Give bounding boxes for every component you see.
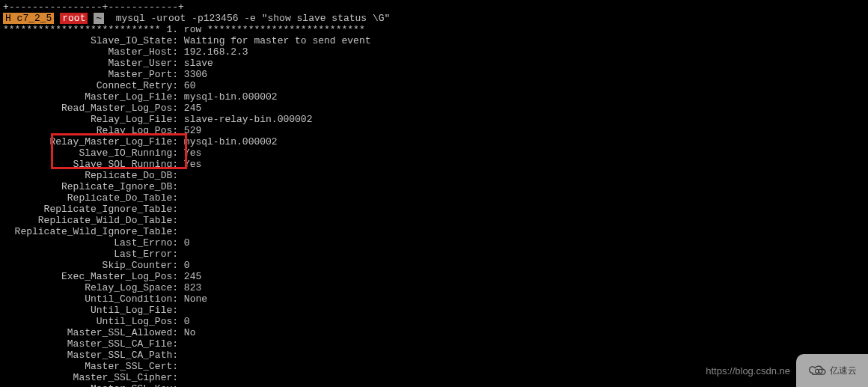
status-row: Slave_IO_State: Waiting for master to se… bbox=[3, 35, 865, 46]
status-row: Relay_Log_Space: 823 bbox=[3, 282, 865, 293]
status-row: Master_SSL_Allowed: No bbox=[3, 327, 865, 338]
status-row: Read_Master_Log_Pos: 245 bbox=[3, 103, 865, 114]
status-row: Slave_IO_Running: Yes bbox=[3, 147, 865, 159]
status-row: Until_Log_File: bbox=[3, 305, 865, 316]
status-row: Replicate_Ignore_DB: bbox=[3, 181, 865, 192]
status-row: Master_SSL_Key: bbox=[3, 383, 865, 387]
status-row: Master_Host: 192.168.2.3 bbox=[3, 46, 865, 58]
command-text: mysql -uroot -p123456 -e "show slave sta… bbox=[116, 13, 391, 24]
cloud-icon bbox=[807, 364, 827, 377]
terminal-output[interactable]: +----------------+------------+ H c7_2_5… bbox=[0, 0, 868, 387]
status-row: Master_Port: 3306 bbox=[3, 69, 865, 80]
status-row: Relay_Log_Pos: 529 bbox=[3, 125, 865, 136]
status-row: Replicate_Wild_Ignore_Table: bbox=[3, 226, 865, 237]
logo-text: 亿速云 bbox=[830, 365, 857, 377]
prompt-line: H c7_2_5 root ~ mysql -uroot -p123456 -e… bbox=[3, 13, 865, 24]
status-row: Master_SSL_CA_File: bbox=[3, 338, 865, 350]
status-row: Master_User: slave bbox=[3, 58, 865, 69]
status-row: Last_Errno: 0 bbox=[3, 237, 865, 249]
status-row: Master_Log_File: mysql-bin.000002 bbox=[3, 91, 865, 103]
status-row: Skip_Counter: 0 bbox=[3, 260, 865, 271]
status-row: Relay_Log_File: slave-relay-bin.000002 bbox=[3, 114, 865, 125]
status-row: Exec_Master_Log_Pos: 245 bbox=[3, 271, 865, 282]
logo-badge: 亿速云 bbox=[796, 354, 868, 387]
status-row: Connect_Retry: 60 bbox=[3, 80, 865, 91]
status-row: Last_Error: bbox=[3, 249, 865, 260]
status-row: Replicate_Do_Table: bbox=[3, 192, 865, 204]
status-row: Slave_SQL_Running: Yes bbox=[3, 159, 865, 170]
status-row: Replicate_Ignore_Table: bbox=[3, 204, 865, 215]
table-border-top: +----------------+------------+ bbox=[3, 1, 865, 13]
status-row: Until_Condition: None bbox=[3, 293, 865, 305]
status-row: Relay_Master_Log_File: mysql-bin.000002 bbox=[3, 136, 865, 147]
status-row: Until_Log_Pos: 0 bbox=[3, 316, 865, 327]
host-badge: H c7_2_5 bbox=[3, 13, 54, 24]
watermark-text: https://blog.csdn.ne bbox=[706, 365, 790, 377]
root-badge: root bbox=[60, 13, 88, 24]
row-header: *************************** 1. row *****… bbox=[3, 24, 865, 35]
status-row: Replicate_Do_DB: bbox=[3, 170, 865, 181]
status-row: Master_SSL_CA_Path: bbox=[3, 350, 865, 361]
status-row: Replicate_Wild_Do_Table: bbox=[3, 215, 865, 226]
tilde-badge: ~ bbox=[94, 13, 104, 24]
status-rows-container: Slave_IO_State: Waiting for master to se… bbox=[3, 35, 865, 387]
